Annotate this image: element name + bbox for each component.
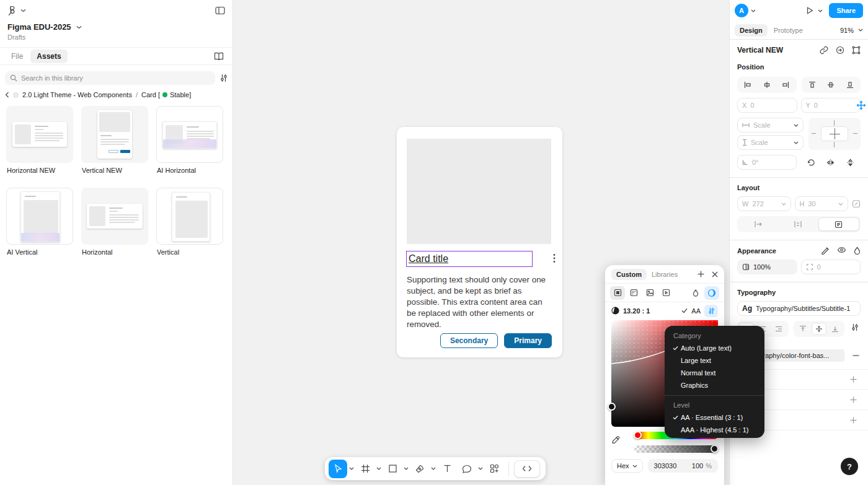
panel-toggle-icon[interactable] [215,6,225,15]
text-style-select[interactable]: Ag Typography/Subtitles/Subtitle-1 [737,301,861,316]
present-play-icon[interactable] [805,6,814,15]
add-style-icon[interactable] [698,271,704,277]
component-horizontal[interactable]: Horizontal [81,188,148,256]
frame-corners-icon[interactable] [852,46,861,55]
frame-tool-chevron-icon[interactable] [376,460,382,478]
comment-tool[interactable] [458,460,476,478]
go-to-main-component-icon[interactable] [836,46,844,55]
copy-link-icon[interactable] [820,46,828,55]
zoom-level[interactable]: 91% [840,27,854,34]
add-icon[interactable] [846,393,861,406]
flip-horizontal-icon[interactable] [823,156,838,168]
horizontal-constraint-select[interactable]: Scale [737,118,804,133]
secondary-button[interactable]: Secondary [440,333,498,348]
component-horizontal-new[interactable]: Horizontal NEW [6,106,73,174]
tab-file[interactable]: File [6,50,28,63]
align-top-icon[interactable] [805,79,820,91]
component-ai-horizontal[interactable]: AI Horizontal [156,106,223,174]
align-right-icon[interactable] [778,79,793,91]
color-handle[interactable] [608,403,616,411]
x-position-input[interactable]: X0 [737,98,797,113]
present-chevron-icon[interactable] [818,9,823,12]
add-icon[interactable] [846,374,861,386]
rotate-icon[interactable] [803,156,818,168]
corner-radius-input[interactable]: 0 [801,260,861,274]
align-left-icon[interactable] [740,79,755,91]
align-bottom-icon[interactable] [843,79,857,91]
contrast-settings-icon[interactable] [704,305,718,317]
component-ai-vertical[interactable]: AI Vertical [6,188,73,256]
filter-sliders-icon[interactable] [220,74,228,82]
tab-custom[interactable]: Custom [611,269,647,280]
rotation-input[interactable]: 0° [737,155,797,170]
library-book-icon[interactable] [214,52,224,61]
apply-styles-icon[interactable] [821,247,830,255]
comment-tool-chevron-icon[interactable] [477,460,484,478]
vertical-align-middle-icon[interactable] [812,323,826,335]
blend-droplet-icon[interactable] [688,286,703,300]
vertical-align-bottom-icon[interactable] [828,323,843,335]
auto-layout-horizontal[interactable] [738,217,778,231]
text-tool[interactable] [438,460,456,478]
chevron-down-icon[interactable] [20,9,26,12]
vertical-constraint-select[interactable]: Scale [737,135,804,150]
alpha-slider[interactable] [634,445,718,453]
menu-item-auto-large-text[interactable]: Auto (Large text) [665,342,764,354]
solid-fill-icon[interactable] [610,286,625,300]
menu-item-graphics[interactable]: Graphics [665,379,764,391]
card-title-selection[interactable]: Card title [406,251,533,267]
gradient-fill-icon[interactable] [626,286,641,300]
type-settings-icon[interactable] [849,321,861,333]
component-vertical-new[interactable]: Vertical NEW [81,106,148,174]
text-align-right-icon[interactable] [771,323,786,335]
tab-design[interactable]: Design [735,24,768,37]
shape-tool[interactable] [383,460,402,478]
avatar-chevron-icon[interactable] [751,9,756,12]
add-icon[interactable] [846,414,861,426]
resources-tool[interactable] [485,460,503,478]
align-v-center-icon[interactable] [823,79,838,91]
y-position-input[interactable]: Y0 [801,98,861,113]
breadcrumb-status[interactable]: Stable] [170,91,191,98]
remove-style-icon[interactable] [851,349,861,362]
hex-value-input[interactable]: 303030 [654,462,677,470]
pen-tool-chevron-icon[interactable] [430,460,436,478]
tab-libraries[interactable]: Libraries [652,271,678,278]
visibility-eye-icon[interactable] [837,247,846,255]
help-button[interactable]: ? [841,458,858,475]
kebab-menu-icon[interactable] [553,253,556,263]
dev-mode-toggle[interactable] [514,460,540,478]
primary-button[interactable]: Primary [504,333,552,348]
frame-tool[interactable] [356,460,374,478]
close-icon[interactable] [712,271,718,277]
auto-layout-wrap[interactable] [818,217,859,231]
menu-item-aaa-highest[interactable]: AAA · Highest (4.5 : 1) [665,424,764,436]
height-input[interactable]: H30 [795,196,849,211]
alpha-value-input[interactable]: 100 [692,462,703,470]
menu-item-aa-essential[interactable]: AA · Essential (3 : 1) [665,411,764,424]
move-tool-chevron-icon[interactable] [348,460,355,478]
opacity-input[interactable]: 100% [737,260,797,274]
eyedropper-icon[interactable] [611,432,621,453]
align-h-center-icon[interactable] [760,79,774,91]
hue-handle[interactable] [634,431,642,439]
image-fill-icon[interactable] [642,286,657,300]
back-chevron-icon[interactable] [5,92,9,98]
search-input[interactable]: Search in this library [5,71,215,85]
card-frame[interactable]: Card title Supporting text should only c… [397,127,562,357]
component-vertical[interactable]: Vertical [156,188,223,256]
pen-tool[interactable] [410,460,429,478]
video-fill-icon[interactable] [658,286,673,300]
width-input[interactable]: W272 [737,196,791,211]
menu-item-normal-text[interactable]: Normal text [665,367,764,379]
contrast-checker-icon[interactable] [704,286,719,300]
breadcrumb-page[interactable]: Card [ [141,91,160,98]
move-tool[interactable] [329,460,347,478]
color-format-select[interactable]: Hex [611,459,643,473]
card-image-placeholder[interactable] [407,139,551,244]
constraints-widget[interactable] [808,118,861,150]
auto-layout-vertical[interactable] [778,217,818,231]
avatar[interactable]: A [735,4,748,17]
project-name[interactable]: Drafts [0,32,232,48]
chevron-down-icon[interactable] [76,25,82,29]
